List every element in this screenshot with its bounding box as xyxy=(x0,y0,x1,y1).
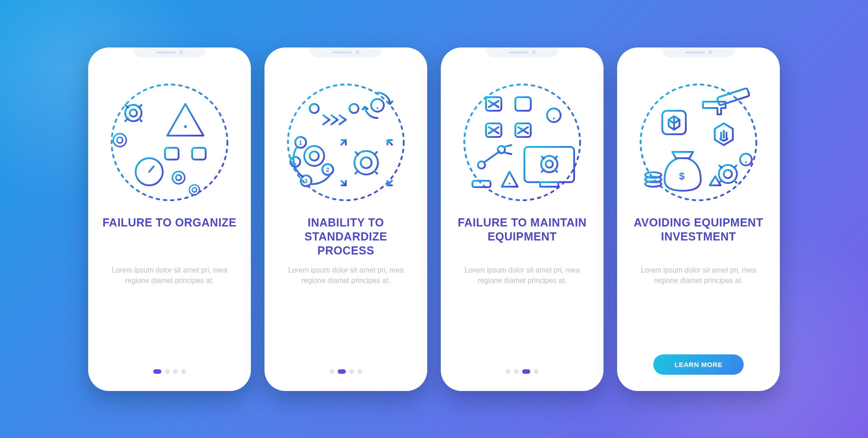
svg-line-74 xyxy=(355,171,358,174)
svg-point-66 xyxy=(361,157,372,168)
svg-point-4 xyxy=(130,109,137,117)
screen-description: Lorem ipsum dolor sit amet pri, mea regi… xyxy=(459,265,585,297)
svg-text:3: 3 xyxy=(304,178,307,184)
svg-line-103 xyxy=(555,170,557,172)
svg-line-127 xyxy=(734,180,736,183)
svg-point-50 xyxy=(304,146,324,166)
svg-point-85 xyxy=(553,118,555,119)
svg-rect-94 xyxy=(540,182,558,187)
illustration-failure-organize xyxy=(106,79,233,206)
page-dot-1[interactable] xyxy=(506,369,510,374)
svg-line-71 xyxy=(355,152,358,155)
svg-line-102 xyxy=(542,156,544,159)
svg-point-97 xyxy=(546,160,553,168)
page-dots xyxy=(506,369,538,377)
svg-point-13 xyxy=(113,133,127,146)
svg-line-73 xyxy=(374,152,377,155)
page-dot-1[interactable] xyxy=(153,369,161,374)
page-dot-3[interactable] xyxy=(173,369,178,374)
svg-line-110 xyxy=(734,94,735,98)
svg-point-92 xyxy=(509,183,510,184)
screen-title: FAILURE TO MAINTAIN EQUIPMENT xyxy=(453,216,591,259)
onboarding-screen-4: $ AVOIDING EQUIPMENT INVESTMENT Lorem ip… xyxy=(617,47,780,391)
illustration-maintain-equipment xyxy=(459,79,585,206)
learn-more-button[interactable]: LEARN MORE xyxy=(653,354,744,375)
svg-line-109 xyxy=(728,95,729,99)
screen-title: AVOIDING EQUIPMENT INVESTMENT xyxy=(630,216,767,259)
onboarding-screen-1: FAILURE TO ORGANIZE Lorem ipsum dolor si… xyxy=(88,47,251,391)
svg-point-35 xyxy=(189,184,199,194)
svg-point-117 xyxy=(645,181,661,187)
svg-point-49 xyxy=(377,107,378,109)
svg-point-1 xyxy=(184,125,187,128)
page-dot-4[interactable] xyxy=(181,369,186,374)
svg-line-9 xyxy=(125,105,128,108)
svg-point-51 xyxy=(310,151,319,160)
svg-line-128 xyxy=(734,165,736,168)
svg-rect-86 xyxy=(472,181,491,187)
illustration-equipment-investment: $ xyxy=(635,79,762,206)
screen-description: Lorem ipsum dolor sit amet pri, mea regi… xyxy=(106,265,233,297)
svg-point-43 xyxy=(310,104,319,113)
svg-rect-24 xyxy=(192,148,206,160)
svg-rect-77 xyxy=(515,97,531,111)
illustration-standardize-process: 1 2 3 xyxy=(283,79,409,206)
svg-text:2: 2 xyxy=(326,166,329,173)
svg-line-104 xyxy=(555,156,557,159)
svg-point-45 xyxy=(349,104,359,113)
svg-point-64 xyxy=(294,163,296,165)
onboarding-screen-3: FAILURE TO MAINTAIN EQUIPMENT Lorem ipsu… xyxy=(441,47,604,391)
svg-point-121 xyxy=(724,170,732,178)
page-dot-2[interactable] xyxy=(338,369,346,374)
svg-line-89 xyxy=(484,151,500,162)
svg-point-132 xyxy=(745,161,747,163)
page-dot-4[interactable] xyxy=(358,369,362,374)
page-dot-2[interactable] xyxy=(514,369,519,374)
svg-line-126 xyxy=(719,165,722,168)
svg-point-29 xyxy=(172,171,184,184)
phone-notch xyxy=(486,47,558,57)
page-dot-3[interactable] xyxy=(522,369,530,374)
page-dot-2[interactable] xyxy=(165,369,170,374)
phone-notch xyxy=(662,47,735,57)
svg-line-72 xyxy=(374,171,377,174)
svg-line-28 xyxy=(149,166,154,172)
svg-line-111 xyxy=(740,92,741,96)
svg-point-14 xyxy=(117,137,123,143)
svg-rect-23 xyxy=(165,148,179,160)
page-dots xyxy=(153,369,186,377)
svg-text:1: 1 xyxy=(299,139,302,146)
phone-notch xyxy=(310,47,382,57)
screen-title: INABILITY TO STANDARDIZE PROCESS xyxy=(277,216,415,259)
svg-line-105 xyxy=(542,170,544,172)
svg-line-12 xyxy=(125,118,128,121)
page-dot-1[interactable] xyxy=(330,369,334,374)
onboarding-screen-2: 1 2 3 INABILITY TO STANDARDIZE PROCESS L… xyxy=(264,47,427,391)
svg-point-36 xyxy=(192,188,197,192)
svg-line-11 xyxy=(139,105,142,108)
page-dot-4[interactable] xyxy=(534,369,538,374)
svg-point-106 xyxy=(641,85,756,200)
page-dot-3[interactable] xyxy=(349,369,354,374)
svg-point-30 xyxy=(176,175,181,180)
screen-description: Lorem ipsum dolor sit amet pri, mea regi… xyxy=(635,265,762,297)
svg-text:$: $ xyxy=(679,170,684,182)
screen-title: FAILURE TO ORGANIZE xyxy=(103,216,237,259)
screen-description: Lorem ipsum dolor sit amet pri, mea regi… xyxy=(283,265,409,297)
page-dots xyxy=(330,369,362,377)
svg-line-10 xyxy=(139,118,142,121)
phone-notch xyxy=(133,47,206,57)
